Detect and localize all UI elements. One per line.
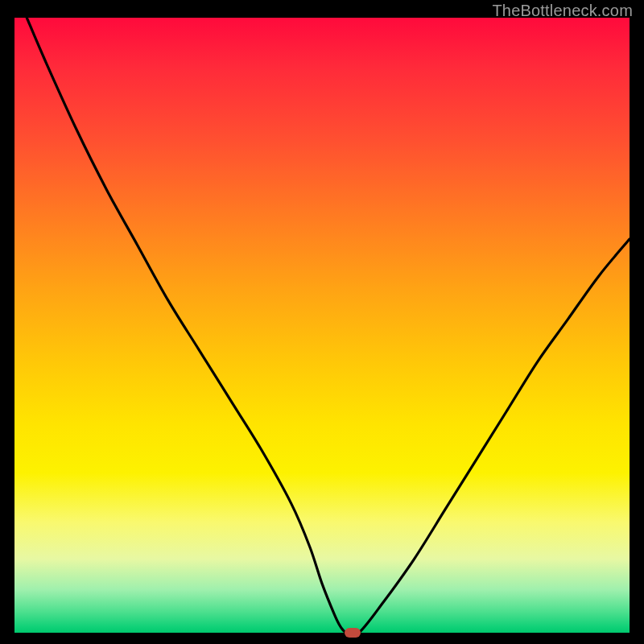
min-point-marker (345, 628, 361, 638)
plot-area (14, 18, 630, 633)
chart-stage: TheBottleneck.com (0, 0, 644, 644)
gradient-background (14, 18, 630, 633)
